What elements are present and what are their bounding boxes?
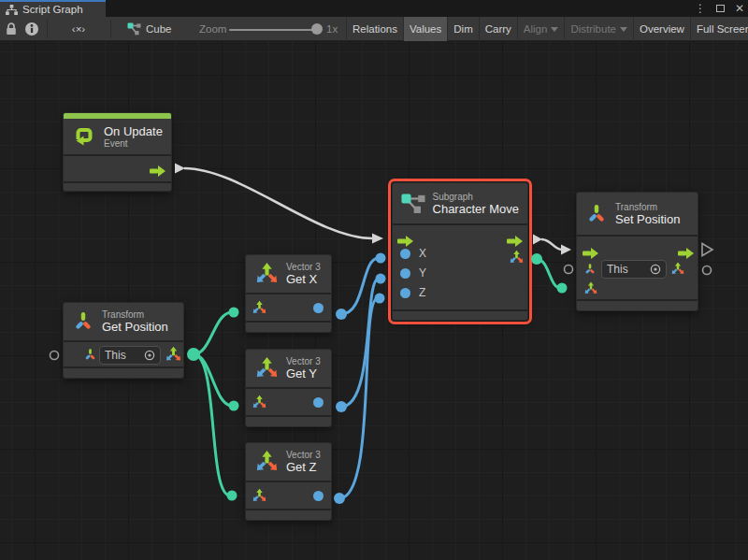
input-port-x[interactable]	[400, 249, 410, 259]
input-port-z[interactable]	[400, 288, 410, 298]
vector3-output-port[interactable]	[509, 250, 525, 269]
carry-button[interactable]: Carry	[479, 17, 517, 41]
flow-output-port[interactable]	[678, 246, 694, 263]
window-menu-icon[interactable]: ⋮	[695, 0, 706, 17]
node-get-z[interactable]: Vector 3 Get Z	[245, 442, 332, 521]
node-on-update[interactable]: On Update Event	[63, 112, 172, 192]
port-getz-value-out[interactable]	[334, 493, 345, 504]
node-footer	[246, 415, 331, 424]
node-get-x[interactable]: Vector 3 Get X	[245, 254, 332, 333]
float-output-port[interactable]	[313, 303, 324, 313]
maximize-icon[interactable]	[716, 5, 725, 12]
node-subtitle: Vector 3	[286, 356, 321, 366]
distribute-dropdown[interactable]: Distribute	[564, 17, 633, 41]
float-output-port[interactable]	[313, 491, 324, 501]
script-graph-window: Script Graph ⋮ ✕ ‹×›	[0, 0, 748, 560]
node-footer	[64, 181, 171, 191]
node-footer	[393, 309, 527, 319]
code-view-button[interactable]: ‹×›	[58, 17, 99, 41]
target-picker-icon[interactable]	[650, 264, 661, 275]
transform-input-icon[interactable]	[583, 263, 597, 280]
port-charactermove-y-in[interactable]	[376, 274, 386, 284]
flow-input-port[interactable]	[583, 246, 598, 263]
wire-start-arrow[interactable]	[533, 235, 542, 245]
wire-getposition-to-getx[interactable]	[194, 312, 232, 354]
flow-output-port[interactable]	[507, 234, 523, 251]
align-dropdown[interactable]: Align	[517, 17, 565, 41]
node-character-move[interactable]: Subgraph Character Move X Y Z	[392, 182, 528, 321]
node-get-y[interactable]: Vector 3 Get Y	[245, 349, 332, 427]
wire-end-arrow[interactable]	[561, 245, 571, 255]
port-getposition-target-in[interactable]	[50, 352, 59, 360]
tab-script-graph[interactable]: Script Graph	[0, 0, 106, 17]
float-output-port[interactable]	[313, 397, 324, 408]
vector3-input-port[interactable]	[252, 300, 267, 320]
wire-getposition-to-gety[interactable]	[194, 354, 232, 406]
vector3-input-port[interactable]	[252, 488, 267, 508]
node-footer	[246, 509, 331, 518]
wire-getx-to-charactermove-x[interactable]	[341, 258, 379, 314]
zoom-slider-track[interactable]	[229, 29, 315, 31]
port-setposition-target-in[interactable]	[565, 266, 573, 274]
input-port-y[interactable]	[400, 268, 410, 279]
port-charactermove-value-out[interactable]	[531, 253, 542, 265]
wire-getposition-to-getz[interactable]	[194, 354, 230, 495]
values-button[interactable]: Values	[403, 17, 447, 41]
port-setposition-value-out-ext[interactable]	[703, 266, 712, 275]
node-title: Get Z	[286, 460, 321, 474]
target-field[interactable]: This	[99, 346, 161, 365]
port-label-x: X	[419, 247, 426, 260]
vector3-input-port[interactable]	[583, 281, 598, 300]
node-footer	[64, 366, 183, 376]
port-setposition-vector-in[interactable]	[557, 283, 568, 294]
zoom-slider-knob[interactable]	[311, 23, 323, 35]
node-set-position[interactable]: Transform Set Position This	[576, 192, 698, 311]
node-title: Get Y	[286, 366, 321, 381]
lock-button[interactable]	[4, 17, 19, 41]
wire-charactermove-to-setposition-vector[interactable]	[537, 259, 560, 288]
port-getz-vector-in[interactable]	[227, 491, 237, 501]
wire-flow-onupdate-to-charactermove[interactable]	[184, 168, 372, 238]
target-picker-icon[interactable]	[144, 350, 155, 361]
port-setposition-flow-out-ext[interactable]	[702, 244, 712, 256]
wire-flow-charactermove-to-setposition[interactable]	[541, 239, 562, 250]
flow-output-port[interactable]	[150, 164, 165, 180]
node-subtitle: Vector 3	[286, 450, 321, 460]
node-get-position[interactable]: Transform Get Position This	[63, 302, 184, 379]
graph-icon	[6, 5, 18, 15]
transform-input-icon[interactable]	[83, 348, 97, 366]
info-icon	[24, 22, 39, 36]
transform-icon	[585, 203, 608, 225]
graph-breadcrumb[interactable]	[127, 17, 141, 41]
node-subtitle: Event	[104, 138, 163, 149]
vector3-output-port[interactable]	[165, 346, 182, 367]
vector3-icon	[254, 262, 280, 287]
port-charactermove-z-in[interactable]	[375, 294, 385, 304]
overview-button[interactable]: Overview	[633, 17, 690, 41]
graph-canvas[interactable]: On Update Event	[0, 41, 748, 560]
wire-end-arrow[interactable]	[372, 234, 383, 244]
port-getx-value-out[interactable]	[336, 309, 347, 320]
info-button[interactable]	[24, 17, 39, 41]
port-gety-vector-in[interactable]	[229, 401, 239, 411]
node-subtitle: Transform	[615, 202, 680, 212]
fullscreen-button[interactable]: Full Screen	[690, 17, 748, 41]
port-getposition-value-out[interactable]	[187, 348, 200, 361]
wire-getz-to-charactermove-z[interactable]	[339, 298, 378, 498]
node-subtitle: Subgraph	[433, 192, 519, 202]
wire-start-arrow[interactable]	[175, 164, 185, 174]
port-gety-value-out[interactable]	[336, 401, 347, 412]
dim-button[interactable]: Dim	[447, 17, 478, 41]
vector3-output-port[interactable]	[670, 262, 685, 280]
port-charactermove-x-in[interactable]	[376, 253, 386, 264]
toolbar: ‹×› Cube Zoom 1x Relations Values Dim	[0, 17, 748, 41]
zoom-label: Zoom	[199, 17, 226, 41]
close-icon[interactable]: ✕	[735, 0, 744, 17]
port-getx-vector-in[interactable]	[229, 308, 239, 318]
subgraph-icon	[401, 193, 425, 214]
wire-gety-to-charactermove-y[interactable]	[341, 279, 379, 407]
target-field[interactable]: This	[601, 260, 667, 279]
vector3-input-port[interactable]	[252, 395, 267, 414]
relations-button[interactable]: Relations	[346, 17, 403, 41]
port-label-z: Z	[419, 286, 425, 299]
